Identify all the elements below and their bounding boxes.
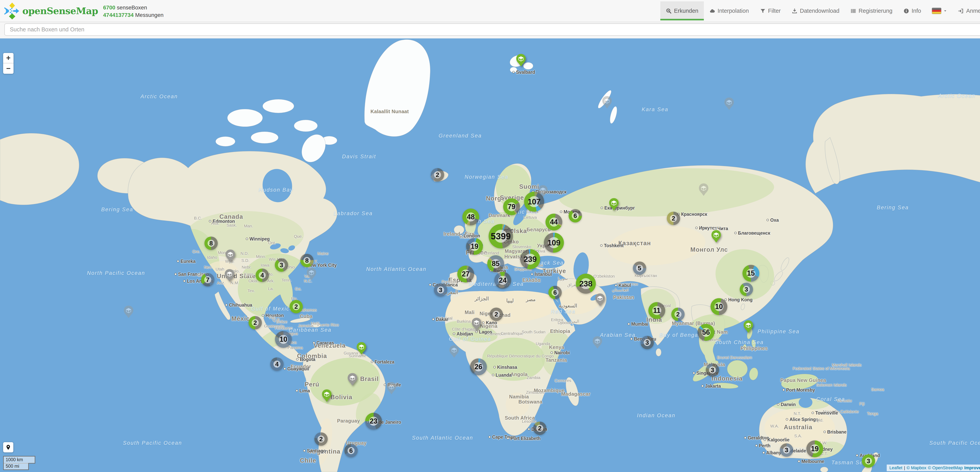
cluster-marker-109[interactable]: 109 [544,233,564,253]
zoom-out-button[interactable]: − [3,63,14,74]
sensebox-cube-icon [347,373,358,386]
cluster-marker-2[interactable]: 2 [490,308,503,321]
sensebox-pin-green[interactable] [356,342,367,355]
cluster-count: 44 [546,214,562,231]
cluster-marker-3[interactable]: 3 [780,443,793,457]
cluster-marker-3[interactable]: 3 [641,336,654,349]
cluster-count: 23 [365,413,382,430]
cluster-marker-6[interactable]: 6 [344,444,358,457]
cluster-marker-27[interactable]: 27 [457,266,474,282]
sensebox-pin-gray[interactable] [602,96,612,109]
cluster-count: 7 [201,273,215,286]
cluster-count: 6 [344,444,358,457]
sign-in-icon [958,8,964,14]
cluster-marker-238[interactable]: 238 [576,274,596,294]
cluster-marker-4[interactable]: 4 [270,357,283,371]
cluster-marker-44[interactable]: 44 [546,214,562,231]
sensebox-pin-green[interactable] [609,198,619,211]
logo[interactable]: openSenseMap [0,0,98,22]
cluster-marker-10[interactable]: 10 [711,298,727,315]
cluster-marker-5399[interactable]: 5399 [488,224,513,248]
sensebox-cube-icon [592,336,603,349]
cluster-marker-79[interactable]: 79 [503,198,520,215]
cluster-marker-3[interactable]: 3 [706,363,719,377]
improve-map-link[interactable]: Improve this map [964,465,980,470]
sensebox-cube-icon [321,389,332,402]
mapbox-link[interactable]: © Mapbox [907,465,926,470]
cluster-marker-107[interactable]: 107 [524,192,544,212]
cluster-marker-19[interactable]: 19 [807,440,823,457]
sensebox-pin-gray[interactable] [347,373,358,386]
cluster-marker-23[interactable]: 23 [365,413,382,430]
nav-item-language[interactable] [926,2,952,21]
sensebox-pin-green[interactable] [515,54,526,67]
cluster-marker-3[interactable]: 3 [275,258,288,272]
nav-item-registrierung[interactable]: Registrierung [845,2,898,21]
nav-item-info[interactable]: Info [898,2,926,21]
leaflet-link[interactable]: Leaflet [889,465,902,470]
cluster-marker-7[interactable]: 7 [201,273,215,286]
nav-item-erkunden[interactable]: Erkunden [660,2,704,21]
cluster-count: 2 [290,300,303,313]
cluster-marker-11[interactable]: 11 [648,302,665,319]
sensebox-pin-gray[interactable] [224,269,235,282]
sensebox-pin-gray[interactable] [471,317,482,331]
cluster-marker-10[interactable]: 10 [275,331,292,348]
header: openSenseMap 6700 senseBoxen 4744137734 … [0,0,980,22]
sensebox-pin-gray[interactable] [306,267,317,281]
cluster-marker-2[interactable]: 2 [671,308,685,321]
cluster-marker-5[interactable]: 5 [633,262,646,275]
nav-item-datendownload[interactable]: Datendownload [786,2,845,21]
cluster-marker-2[interactable]: 2 [431,168,444,182]
cluster-marker-2[interactable]: 2 [314,432,328,446]
locate-button[interactable] [3,442,13,452]
cluster-marker-2[interactable]: 2 [667,212,680,225]
sensebox-cube-icon [306,267,317,281]
cluster-count: 4 [256,269,269,282]
sensebox-pin-gray[interactable] [698,183,709,196]
cluster-marker-239[interactable]: 239 [520,249,540,269]
nav-item-filter[interactable]: Filter [754,2,786,21]
sensebox-pin-gray[interactable] [386,381,397,395]
cluster-marker-2[interactable]: 2 [290,300,303,313]
sensebox-pin-green[interactable] [321,389,332,402]
cluster-marker-6[interactable]: 6 [549,286,562,299]
zoom-in-button[interactable]: + [3,53,14,63]
cluster-marker-4[interactable]: 4 [256,269,269,282]
sensebox-pin-gray[interactable] [724,97,734,110]
cluster-count: 2 [533,422,546,435]
nav-item-interpolation[interactable]: Interpolation [704,2,754,21]
cluster-marker-2[interactable]: 2 [533,422,546,435]
sensebox-pin-gray[interactable] [449,345,460,358]
sensebox-pin-green[interactable] [711,230,721,243]
nav-item-anmelden[interactable]: Anmelden [952,2,980,21]
cluster-count: 79 [503,198,520,215]
cluster-marker-48[interactable]: 48 [462,209,479,225]
cluster-marker-15[interactable]: 15 [743,265,759,282]
cluster-count: 2 [671,308,685,321]
cluster-marker-8[interactable]: 8 [300,254,313,267]
boxes-count: 6700 [103,5,115,11]
cluster-marker-6[interactable]: 6 [569,209,582,222]
cluster-marker-3[interactable]: 3 [434,283,447,297]
cluster-marker-8[interactable]: 8 [204,237,218,250]
boxes-label: senseBoxen [117,5,147,11]
cluster-marker-26[interactable]: 26 [470,359,487,375]
sensebox-pin-green[interactable] [743,320,754,333]
cluster-marker-24[interactable]: 24 [494,272,511,289]
sensebox-pin-gray[interactable] [592,336,603,349]
cluster-count: 5399 [488,224,513,248]
osm-link[interactable]: © OpenStreetMap [928,465,963,470]
sensebox-cube-icon [595,293,605,306]
cluster-marker-56[interactable]: 56 [698,324,714,341]
cluster-marker-3[interactable]: 3 [740,283,753,296]
cluster-marker-2[interactable]: 2 [248,316,262,329]
map-canvas[interactable]: CanadaUnited StatesMéxicoGuatemalaHondur… [0,38,980,472]
sensebox-pin-gray[interactable] [225,249,235,263]
sensebox-pin-gray[interactable] [595,293,605,306]
cluster-marker-85[interactable]: 85 [487,255,504,272]
cluster-marker-19[interactable]: 19 [466,238,483,255]
search-input[interactable] [4,23,980,36]
cluster-marker-3[interactable]: 3 [862,454,875,468]
sensebox-pin-gray[interactable] [123,305,134,319]
